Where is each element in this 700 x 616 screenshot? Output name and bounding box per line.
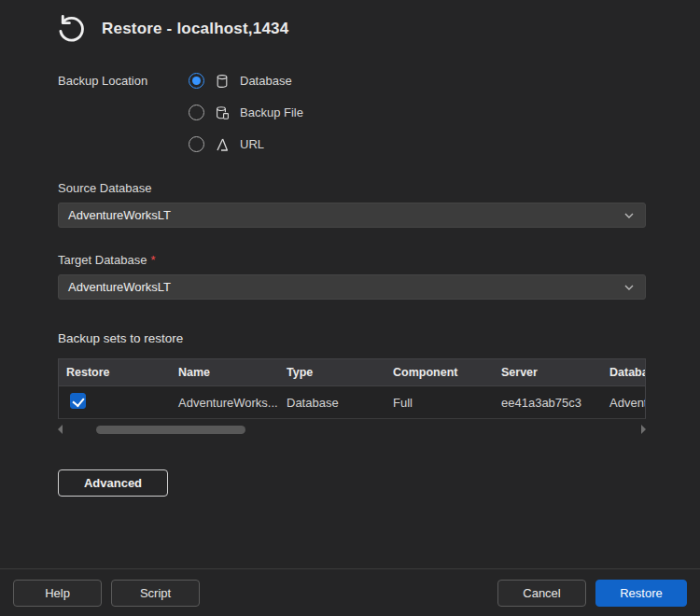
page-title: Restore - localhost,1434: [102, 20, 288, 38]
source-database-value: AdventureWorksLT: [68, 208, 171, 222]
scrollbar-track[interactable]: [64, 426, 639, 434]
radio-label-database: Database: [240, 74, 292, 88]
dialog-body: Backup Location Database: [0, 47, 700, 497]
footer-right-group: Cancel Restore: [497, 580, 687, 607]
chevron-down-icon: [623, 209, 636, 222]
dialog-header: Restore - localhost,1434: [0, 0, 700, 47]
column-header-component[interactable]: Component: [385, 366, 494, 379]
footer-left-group: Help Script: [13, 580, 200, 607]
target-database-select[interactable]: AdventureWorksLT: [58, 274, 646, 300]
column-header-restore[interactable]: Restore: [59, 366, 171, 379]
radio-label-url: URL: [240, 137, 264, 151]
server-cell: ee41a3ab75c3: [494, 396, 602, 410]
column-header-type[interactable]: Type: [279, 366, 385, 379]
scroll-right-arrow-icon[interactable]: [641, 425, 646, 434]
required-asterisk: *: [150, 253, 155, 267]
scrollbar-thumb[interactable]: [96, 426, 245, 434]
radio-button-backup-file[interactable]: [189, 105, 204, 120]
target-database-label: Target Database*: [58, 253, 646, 267]
source-database-label: Source Database: [58, 181, 646, 195]
restore-dialog: Restore - localhost,1434 Backup Location…: [0, 0, 700, 497]
radio-button-url[interactable]: [189, 136, 204, 152]
help-button[interactable]: Help: [13, 580, 102, 607]
script-button[interactable]: Script: [111, 580, 200, 607]
table-header-row: Restore Name Type Component Server Datab…: [59, 359, 645, 386]
restore-icon: [53, 11, 89, 47]
restore-cell: [59, 393, 171, 412]
table-row[interactable]: AdventureWorks... Database Full ee41a3ab…: [59, 386, 645, 418]
backup-location-label: Backup Location: [58, 69, 189, 88]
backup-file-icon: [214, 105, 231, 121]
backup-sets-label: Backup sets to restore: [58, 331, 646, 345]
azure-url-icon: [214, 136, 231, 153]
backup-sets-table: Restore Name Type Component Server Datab…: [58, 358, 646, 419]
database-icon: [214, 73, 231, 90]
type-cell: Database: [279, 396, 385, 410]
backup-location-row: Backup Location Database: [58, 69, 646, 156]
column-header-database[interactable]: Databa: [602, 366, 645, 379]
restore-checkbox[interactable]: [70, 393, 86, 409]
advanced-button[interactable]: Advanced: [58, 469, 168, 497]
database-cell: Adventu: [602, 396, 645, 410]
column-header-name[interactable]: Name: [171, 366, 279, 379]
dialog-footer: Help Script Cancel Restore: [0, 568, 700, 616]
scroll-left-arrow-icon[interactable]: [58, 425, 63, 434]
radio-option-database[interactable]: Database: [189, 69, 303, 92]
radio-label-backup-file: Backup File: [240, 105, 303, 119]
target-database-value: AdventureWorksLT: [68, 280, 171, 294]
name-cell: AdventureWorks...: [171, 396, 279, 410]
radio-option-backup-file[interactable]: Backup File: [189, 101, 303, 124]
component-cell: Full: [385, 396, 494, 410]
source-database-select[interactable]: AdventureWorksLT: [58, 203, 646, 228]
horizontal-scrollbar[interactable]: [58, 424, 646, 435]
restore-button[interactable]: Restore: [595, 580, 687, 607]
chevron-down-icon: [623, 281, 636, 294]
cancel-button[interactable]: Cancel: [497, 580, 586, 607]
radio-button-database[interactable]: [189, 73, 204, 89]
column-header-server[interactable]: Server: [494, 366, 602, 379]
backup-location-radio-group: Database Backup File: [189, 69, 303, 156]
radio-option-url[interactable]: URL: [189, 133, 303, 156]
